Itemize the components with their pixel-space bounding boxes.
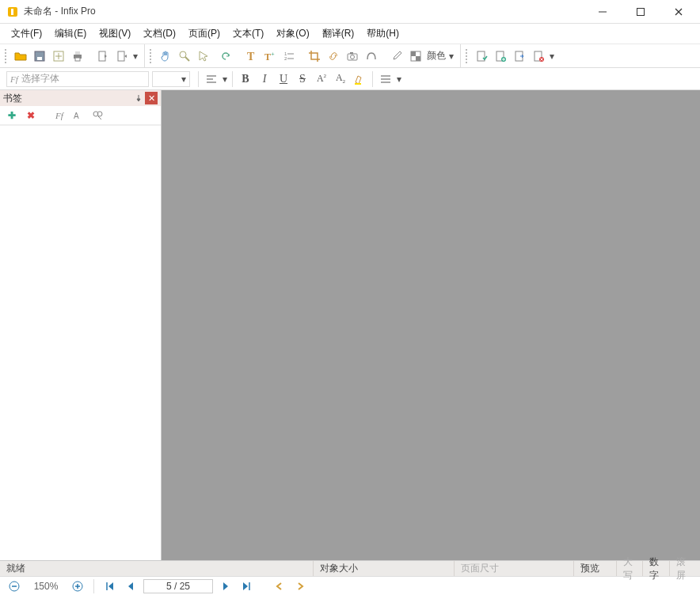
svg-rect-1 [11, 9, 13, 15]
prev-page-button[interactable] [123, 578, 139, 594]
svg-rect-3 [637, 8, 645, 15]
main-area: 书签 ✕ ✚ ✖ Ff A [0, 90, 700, 560]
chevron-down-icon: ▾ [180, 74, 188, 85]
zoom-level[interactable]: 150% [27, 581, 65, 592]
maximize-button[interactable] [629, 2, 652, 21]
camera-tool-icon[interactable] [344, 47, 361, 65]
page-check-icon[interactable] [473, 47, 490, 65]
font-selector[interactable]: Ff 选择字体 [6, 71, 149, 87]
toolbar-handle[interactable] [5, 49, 8, 63]
menu-bar: 文件(F) 编辑(E) 视图(V) 文档(D) 页面(P) 文本(T) 对象(O… [0, 24, 700, 44]
title-bar: 未命名 - Infix Pro [0, 0, 700, 24]
status-bar: 就绪 对象大小 页面尺寸 预览 大写 数字 滚屏 [0, 560, 700, 576]
menu-text[interactable]: 文本(T) [228, 25, 268, 42]
line-spacing-button[interactable] [376, 70, 395, 88]
status-num: 数字 [643, 561, 670, 576]
svg-text:T: T [264, 51, 271, 63]
page-export-icon[interactable] [113, 47, 131, 65]
redact-tool-icon[interactable] [363, 47, 380, 65]
page-delete-icon[interactable] [530, 47, 547, 65]
page-extract-icon[interactable] [511, 47, 528, 65]
svg-text:A: A [74, 112, 79, 120]
chevron-down-icon[interactable]: ▾ [548, 51, 556, 62]
toolbar-handle[interactable] [466, 49, 469, 63]
bookmark-find-icon[interactable] [90, 108, 105, 123]
svg-text:T: T [247, 51, 255, 63]
navigation-bar: 150% 5 / 25 [0, 576, 700, 595]
first-page-button[interactable] [102, 578, 118, 594]
align-left-button[interactable] [202, 70, 221, 88]
zoom-in-button[interactable] [70, 578, 86, 594]
page-add-icon[interactable] [492, 47, 509, 65]
eyedropper-tool-icon[interactable] [388, 47, 405, 65]
link-tool-icon[interactable] [325, 47, 342, 65]
svg-rect-28 [416, 56, 420, 61]
superscript-button[interactable]: A2 [312, 70, 331, 88]
page-insert-icon[interactable] [94, 47, 112, 65]
open-icon[interactable] [12, 47, 29, 65]
svg-point-24 [351, 55, 355, 59]
underline-button[interactable]: U [274, 70, 293, 88]
bookmarks-list[interactable] [0, 125, 161, 560]
svg-rect-27 [411, 51, 416, 56]
svg-point-14 [180, 51, 186, 58]
last-page-button[interactable] [238, 578, 254, 594]
menu-doc[interactable]: 文档(D) [139, 25, 181, 42]
panel-header: 书签 ✕ [0, 90, 161, 106]
menu-file[interactable]: 文件(F) [6, 25, 47, 42]
menu-page[interactable]: 页面(P) [184, 25, 225, 42]
text-plus-tool-icon[interactable]: T+ [261, 47, 279, 65]
menu-edit[interactable]: 编辑(E) [50, 25, 91, 42]
svg-rect-10 [75, 51, 80, 55]
panel-title: 书签 [3, 92, 22, 105]
toolbar-handle[interactable] [150, 49, 153, 63]
highlight-button[interactable] [350, 70, 369, 88]
bold-button[interactable]: B [236, 70, 255, 88]
zoom-tool-icon[interactable] [176, 47, 193, 65]
nav-back-button[interactable] [272, 578, 287, 594]
save-as-icon[interactable] [50, 47, 67, 65]
panel-close-button[interactable]: ✕ [145, 92, 158, 104]
status-object-size: 对象大小 [314, 561, 455, 576]
menu-view[interactable]: 视图(V) [94, 25, 135, 42]
font-prefix-icon: Ff [10, 74, 18, 84]
chevron-down-icon[interactable]: ▾ [395, 74, 403, 85]
svg-rect-12 [99, 51, 105, 61]
minimize-button[interactable] [591, 2, 614, 21]
window-title: 未命名 - Infix Pro [24, 5, 96, 18]
page-number-input[interactable]: 5 / 25 [143, 579, 213, 593]
strikethrough-button[interactable]: S [293, 70, 312, 88]
pointer-tool-icon[interactable] [195, 47, 212, 65]
menu-translate[interactable]: 翻译(R) [318, 25, 360, 42]
bookmark-font-icon[interactable]: Ff [52, 108, 67, 123]
italic-button[interactable]: I [255, 70, 274, 88]
text-tool-icon[interactable]: T [242, 47, 260, 65]
crop-tool-icon[interactable] [306, 47, 323, 65]
chevron-down-icon[interactable]: ▾ [447, 51, 455, 62]
font-placeholder: 选择字体 [21, 72, 59, 85]
subscript-button[interactable]: A2 [331, 70, 350, 88]
print-icon[interactable] [69, 47, 86, 65]
hand-tool-icon[interactable] [157, 47, 174, 65]
status-scroll: 滚屏 [670, 561, 700, 576]
svg-rect-25 [350, 52, 353, 54]
close-button[interactable] [667, 2, 690, 21]
next-page-button[interactable] [218, 578, 234, 594]
line-number-tool-icon[interactable]: 12 [280, 47, 298, 65]
color-swatch-icon[interactable] [407, 47, 424, 65]
font-size-selector[interactable]: ▾ [152, 71, 190, 87]
bookmark-add-icon[interactable]: ✚ [5, 108, 19, 123]
pin-icon[interactable] [132, 92, 145, 104]
chevron-down-icon[interactable]: ▾ [221, 74, 229, 85]
bookmark-text-icon[interactable]: A [71, 108, 86, 123]
bookmarks-panel: 书签 ✕ ✚ ✖ Ff A [0, 90, 162, 560]
chevron-down-icon[interactable]: ▾ [131, 51, 139, 62]
menu-object[interactable]: 对象(O) [272, 25, 314, 42]
document-canvas[interactable] [162, 90, 700, 560]
save-icon[interactable] [31, 47, 48, 65]
undo-redo-icon[interactable] [217, 47, 234, 65]
nav-forward-button[interactable] [292, 578, 308, 594]
bookmark-delete-icon[interactable]: ✖ [24, 108, 38, 123]
menu-help[interactable]: 帮助(H) [362, 25, 404, 42]
zoom-out-button[interactable] [6, 578, 22, 594]
